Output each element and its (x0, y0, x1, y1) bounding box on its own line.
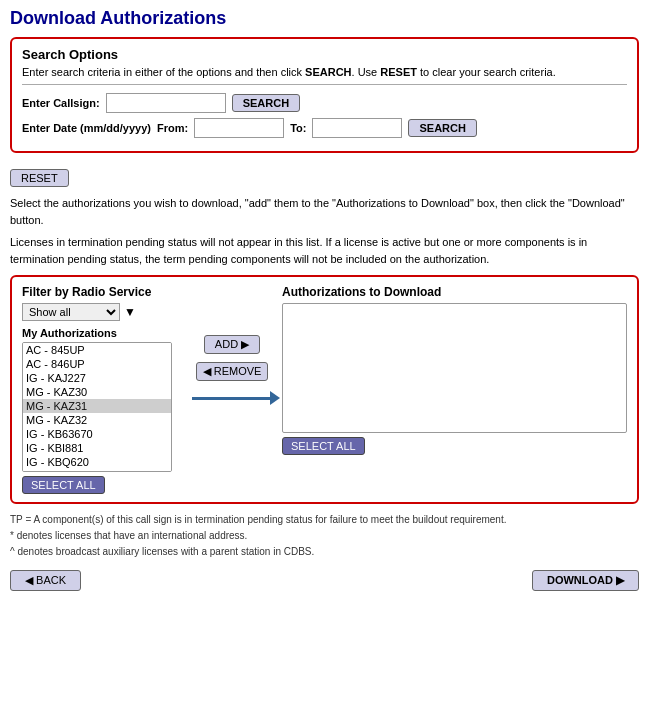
search-options-desc: Enter search criteria in either of the o… (22, 66, 627, 85)
reset-button[interactable]: RESET (10, 169, 69, 187)
instructions-text: Select the authorizations you wish to do… (10, 195, 639, 267)
page-title: Download Authorizations (10, 8, 639, 29)
footer-note-1: TP = A component(s) of this call sign is… (10, 512, 639, 528)
callsign-input[interactable] (106, 93, 226, 113)
footer-note-2: * denotes licenses that have an internat… (10, 528, 639, 544)
my-auth-title: My Authorizations (22, 327, 182, 339)
filter-right-panel: Authorizations to Download SELECT ALL (282, 285, 627, 455)
filter-left-panel: Filter by Radio Service Show all Show se… (22, 285, 182, 494)
download-title: Authorizations to Download (282, 285, 627, 299)
desc-text1: Enter search criteria in either of the o… (22, 66, 305, 78)
auth-list-container: AC - 845UPAC - 846UPIG - KAJ227MG - KAZ3… (22, 342, 182, 472)
to-label: To: (290, 122, 306, 134)
authorizations-to-download-list[interactable] (282, 303, 627, 433)
desc-reset-bold: RESET (380, 66, 417, 78)
page-container: Download Authorizations Search Options E… (0, 0, 649, 599)
footer-note-3: ^ denotes broadcast auxiliary licenses w… (10, 544, 639, 560)
search-options-box: Search Options Enter search criteria in … (10, 37, 639, 153)
date-row: Enter Date (mm/dd/yyyy) From: To: SEARCH (22, 118, 627, 138)
search-options-title: Search Options (22, 47, 627, 62)
callsign-row: Enter Callsign: SEARCH (22, 93, 627, 113)
date-from-input[interactable] (194, 118, 284, 138)
back-button[interactable]: ◀ BACK (10, 570, 81, 591)
filter-middle-panel: ADD ▶ ◀ REMOVE (192, 285, 272, 400)
filter-auth-box: Filter by Radio Service Show all Show se… (10, 275, 639, 504)
desc-search-bold: SEARCH (305, 66, 351, 78)
date-search-button[interactable]: SEARCH (408, 119, 476, 137)
filter-radio-select-row: Show all Show selected ▼ (22, 303, 182, 321)
download-button[interactable]: DOWNLOAD ▶ (532, 570, 639, 591)
desc-text2: . Use (352, 66, 381, 78)
footer-notes: TP = A component(s) of this call sign is… (10, 512, 639, 560)
date-to-input[interactable] (312, 118, 402, 138)
arrow-right-icon (192, 397, 272, 400)
from-label: From: (157, 122, 188, 134)
reset-container: RESET (10, 163, 639, 187)
show-all-dropdown[interactable]: Show all Show selected (22, 303, 120, 321)
instruction-1: Select the authorizations you wish to do… (10, 195, 639, 228)
arrow-container (192, 397, 272, 400)
add-button[interactable]: ADD ▶ (204, 335, 260, 354)
select-all-my-auth-button[interactable]: SELECT ALL (22, 476, 105, 494)
filter-title: Filter by Radio Service (22, 285, 182, 299)
callsign-search-button[interactable]: SEARCH (232, 94, 300, 112)
callsign-label: Enter Callsign: (22, 97, 100, 109)
instruction-2: Licenses in termination pending status w… (10, 234, 639, 267)
remove-button[interactable]: ◀ REMOVE (196, 362, 269, 381)
date-label: Enter Date (mm/dd/yyyy) (22, 122, 151, 134)
bottom-bar: ◀ BACK DOWNLOAD ▶ (10, 570, 639, 591)
select-all-download-button[interactable]: SELECT ALL (282, 437, 365, 455)
dropdown-arrow-icon: ▼ (124, 305, 136, 319)
my-authorizations-list[interactable]: AC - 845UPAC - 846UPIG - KAJ227MG - KAZ3… (22, 342, 172, 472)
desc-text3: to clear your search criteria. (417, 66, 556, 78)
